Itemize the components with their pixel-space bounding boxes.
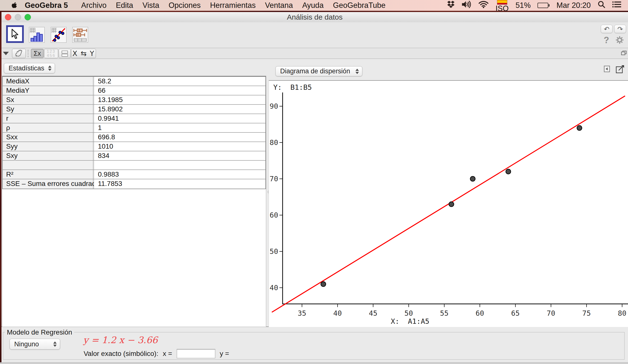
swap-xy-button[interactable]: X ⇆ Y	[71, 49, 96, 58]
data-point[interactable]	[449, 202, 454, 207]
plot-type-dropdown-label: Diagrama de dispersión	[280, 68, 350, 75]
battery-icon[interactable]	[538, 3, 550, 8]
stat-value: 0.9883	[94, 170, 265, 179]
menu-item[interactable]: Ventana	[265, 1, 293, 10]
collapse-plot-panel-button[interactable]	[604, 65, 610, 73]
stat-label: Syy	[3, 142, 94, 151]
svg-text:80: 80	[618, 309, 627, 317]
stat-label: MediaY	[3, 86, 94, 95]
regression-model-label: Ninguno	[14, 340, 39, 348]
window-titlebar[interactable]: Análisis de datos	[1, 12, 628, 23]
dropdown-arrows-icon	[355, 69, 359, 74]
regression-model-dropdown[interactable]: Ninguno	[9, 339, 60, 350]
data-point[interactable]	[321, 282, 326, 287]
select-tool-button[interactable]	[6, 25, 24, 43]
hand-icon	[15, 50, 23, 57]
export-plot-button[interactable]	[616, 65, 625, 73]
menu-item[interactable]: Ayuda	[302, 1, 323, 10]
menubar-clock[interactable]: Mar 20:20	[556, 1, 591, 10]
options-toolbar: Σx 123 456 X ⇆ Y	[1, 48, 628, 59]
stat-value: 66	[94, 86, 265, 95]
histogram-icon	[30, 28, 44, 42]
wifi-icon[interactable]	[478, 1, 489, 10]
redo-button[interactable]: ↷	[614, 25, 626, 33]
volume-icon[interactable]	[462, 0, 471, 10]
svg-text:80: 80	[270, 138, 278, 147]
input-language-flag[interactable]: ISO	[495, 0, 509, 12]
detach-panel-button[interactable]	[621, 51, 627, 56]
stat-label: r	[3, 114, 94, 123]
y-axis-title: Y: B1:B5	[273, 83, 312, 91]
stat-label: ρ	[3, 123, 94, 132]
table-row: MediaY66	[3, 86, 265, 95]
data-point[interactable]	[470, 176, 475, 181]
redo-icon: ↷	[618, 26, 623, 32]
undo-icon: ↶	[604, 26, 610, 32]
screen: GeoGebra 5 ArchivoEditaVistaOpcionesHerr…	[0, 0, 628, 364]
scatterplot-view-button[interactable]	[51, 27, 67, 43]
svg-text:90: 90	[270, 102, 278, 110]
digits-top-label: 123	[47, 49, 56, 54]
menu-app-name[interactable]: GeoGebra 5	[25, 1, 68, 10]
statistics-dropdown[interactable]: Estadísticas	[4, 63, 55, 73]
notification-center-icon[interactable]	[612, 1, 621, 10]
split-panels-icon	[62, 50, 68, 57]
show-data-button[interactable]: 123 456	[44, 49, 58, 58]
exact-value-label: Valor exacto (simbólico):	[84, 350, 158, 358]
regression-panel: Modelo de Regresión Ninguno y = 1.2 x − …	[1, 327, 628, 364]
menu-item[interactable]: Edita	[116, 1, 133, 10]
spain-flag-icon	[497, 0, 507, 5]
stat-value: 13.1985	[94, 95, 265, 104]
stat-value: 1010	[94, 142, 265, 151]
svg-text:55: 55	[440, 309, 449, 317]
analysis-toolbar: ↶ ↷ ?	[1, 22, 628, 48]
statistics-table: MediaX58.2MediaY66Sx13.1985Sy15.8902r0.9…	[2, 76, 266, 189]
toolbar-separator	[28, 50, 28, 57]
stat-value: 1	[94, 123, 265, 132]
battery-percent: 51%	[515, 1, 531, 10]
spotlight-search-icon[interactable]	[598, 0, 605, 10]
split-plot-button[interactable]	[59, 49, 71, 58]
scatter-chart: 35404550556065707580908070605040	[269, 81, 628, 327]
menu-item[interactable]: Opciones	[168, 1, 201, 10]
dropbox-icon[interactable]	[447, 1, 455, 10]
table-row: Sxx696.8	[3, 133, 265, 142]
stat-label	[3, 161, 94, 169]
data-point[interactable]	[506, 169, 511, 174]
table-row	[3, 161, 265, 170]
settings-button[interactable]	[616, 36, 624, 45]
stat-label: Sxx	[3, 133, 94, 142]
svg-text:75: 75	[582, 309, 591, 317]
menu-item[interactable]: Vista	[143, 1, 159, 10]
help-button[interactable]: ?	[602, 35, 611, 45]
stat-label: Sy	[3, 105, 94, 114]
undo-button[interactable]: ↶	[601, 25, 613, 33]
menu-item[interactable]: GeoGebraTube	[333, 1, 385, 10]
content-area: Estadísticas MediaX58.2MediaY66Sx13.1985…	[1, 59, 628, 327]
svg-text:35: 35	[298, 309, 306, 317]
window-title: Análisis de datos	[1, 12, 628, 22]
apple-menu-icon[interactable]	[11, 1, 17, 9]
menu-item[interactable]: Archivo	[81, 1, 106, 10]
stat-label: R²	[3, 170, 94, 179]
boxplot-icon	[73, 28, 87, 42]
data-point[interactable]	[577, 126, 582, 131]
menu-items: ArchivoEditaVistaOpcionesHerramientasVen…	[72, 1, 386, 10]
collapse-toolbar-caret[interactable]	[3, 52, 9, 55]
show-statistics-button[interactable]: Σx	[31, 49, 44, 58]
svg-text:50: 50	[404, 309, 413, 317]
x-value-input[interactable]	[177, 349, 215, 358]
svg-text:40: 40	[333, 309, 342, 317]
x-equals-label: x =	[163, 350, 172, 358]
plot-type-dropdown[interactable]: Diagrama de dispersión	[275, 66, 362, 76]
stat-value: 834	[94, 151, 265, 160]
boxplot-view-button[interactable]	[72, 27, 88, 43]
menu-item[interactable]: Herramientas	[210, 1, 256, 10]
svg-text:60: 60	[476, 309, 484, 317]
stat-value: 696.8	[94, 133, 265, 142]
stat-label: Sxy	[3, 151, 94, 160]
histogram-view-button[interactable]	[29, 27, 45, 43]
move-tool-button[interactable]	[12, 49, 26, 58]
stat-value: 11.7853	[94, 179, 265, 189]
svg-text:70: 70	[270, 175, 278, 183]
